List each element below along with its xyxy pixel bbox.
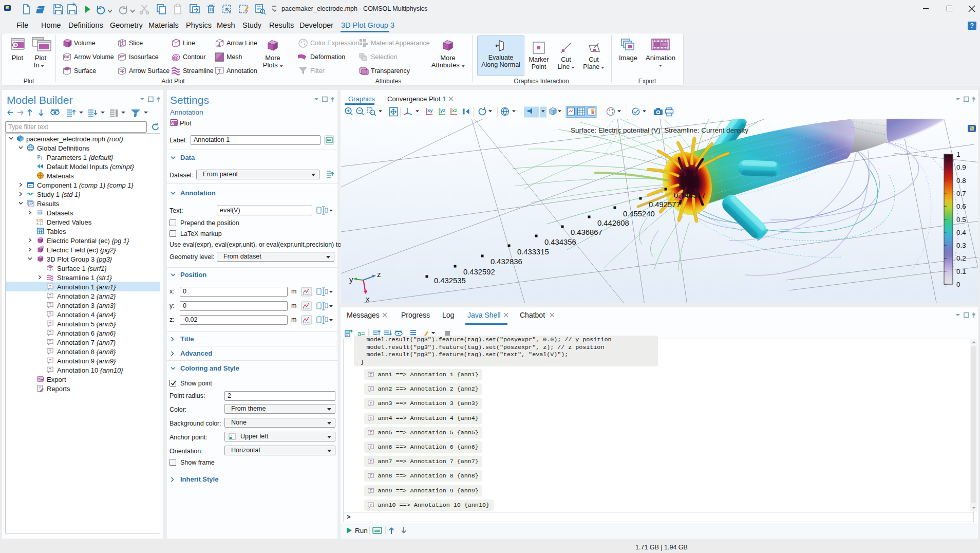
svg-text:0.492577: 0.492577: [649, 200, 681, 209]
svg-text:0.7: 0.7: [956, 190, 966, 197]
svg-text:0.1: 0.1: [956, 268, 966, 275]
svg-text:0.436867: 0.436867: [571, 228, 602, 236]
svg-text:i: i: [41, 156, 42, 161]
svg-text:8.85: 8.85: [36, 218, 43, 222]
svg-text:yz: yz: [440, 107, 445, 113]
svg-text:Surface: Electric potential (V: Surface: Electric potential (V) Streamli…: [571, 126, 748, 134]
svg-text:0.2: 0.2: [956, 254, 966, 262]
svg-text:0.8: 0.8: [956, 177, 966, 185]
svg-text:e-12: e-12: [36, 222, 43, 226]
svg-text:xy: xy: [427, 107, 433, 113]
svg-text:0.6: 0.6: [956, 202, 966, 210]
svg-text:0.432535: 0.432535: [434, 276, 466, 285]
svg-text:xz: xz: [452, 107, 457, 113]
svg-text:0.455240: 0.455240: [623, 210, 655, 218]
svg-text:P: P: [37, 154, 41, 161]
svg-text:0.432592: 0.432592: [463, 268, 495, 276]
svg-text:0: 0: [956, 281, 960, 288]
svg-text:y: y: [349, 275, 353, 284]
svg-text:1: 1: [956, 151, 960, 158]
svg-text:0.432836: 0.432836: [491, 257, 522, 266]
svg-text:z: z: [377, 270, 381, 279]
svg-text:0.4: 0.4: [956, 229, 966, 236]
svg-text:0.434356: 0.434356: [544, 238, 576, 246]
svg-text:0.5: 0.5: [956, 216, 966, 224]
svg-text:x: x: [366, 294, 370, 303]
svg-text:0.9: 0.9: [956, 163, 966, 171]
svg-text:0.3: 0.3: [956, 242, 966, 249]
svg-text:0.644517: 0.644517: [674, 191, 706, 199]
svg-text:Run: Run: [355, 527, 368, 534]
svg-text:0.433315: 0.433315: [517, 248, 549, 256]
svg-text:0.442608: 0.442608: [597, 219, 629, 227]
